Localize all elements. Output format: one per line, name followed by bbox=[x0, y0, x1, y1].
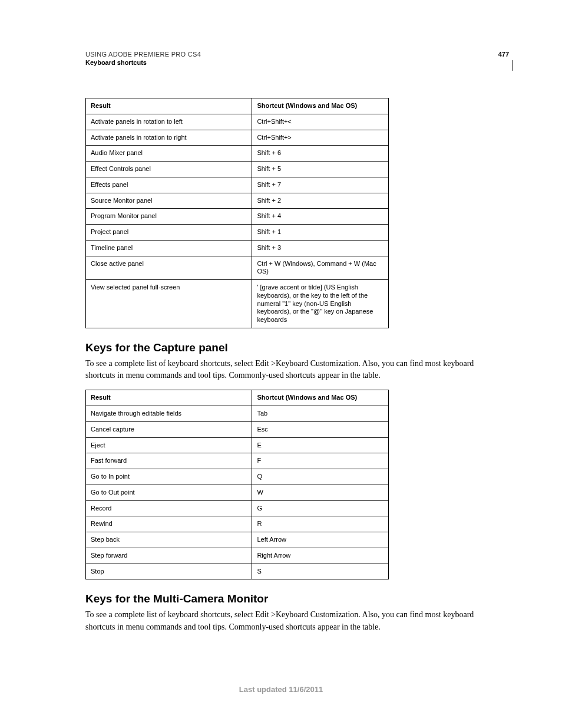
table1-body: Activate panels in rotation to leftCtrl+… bbox=[86, 114, 389, 328]
cell-result: Effects panel bbox=[86, 177, 252, 193]
col-header-shortcut: Shortcut (Windows and Mac OS) bbox=[252, 390, 389, 406]
cell-shortcut: W bbox=[252, 485, 389, 500]
cell-shortcut: Shift + 7 bbox=[252, 177, 389, 193]
table-row: RewindR bbox=[86, 516, 389, 532]
cell-shortcut: Ctrl+Shift+> bbox=[252, 130, 389, 146]
cell-result: Activate panels in rotation to left bbox=[86, 114, 252, 130]
table-header-row: Result Shortcut (Windows and Mac OS) bbox=[86, 98, 389, 114]
cell-shortcut: Shift + 2 bbox=[252, 193, 389, 209]
heading-capture: Keys for the Capture panel bbox=[85, 341, 498, 354]
cell-result: Effect Controls panel bbox=[86, 162, 252, 177]
footer-last-updated: Last updated 11/6/2011 bbox=[0, 685, 562, 694]
table-row: Go to Out pointW bbox=[86, 485, 389, 500]
cell-result: Close active panel bbox=[86, 256, 252, 280]
table-row: Step forwardRight Arrow bbox=[86, 548, 389, 564]
cell-result: View selected panel full-screen bbox=[86, 280, 252, 328]
cell-shortcut: Right Arrow bbox=[252, 548, 389, 564]
cell-result: Activate panels in rotation to right bbox=[86, 130, 252, 146]
cell-result: Go to In point bbox=[86, 469, 252, 485]
cell-result: Eject bbox=[86, 437, 252, 453]
table-row: Cancel captureEsc bbox=[86, 421, 389, 437]
cell-shortcut: F bbox=[252, 453, 389, 469]
table-row: Effects panelShift + 7 bbox=[86, 177, 389, 193]
table-row: Fast forwardF bbox=[86, 453, 389, 469]
cell-result: Timeline panel bbox=[86, 240, 252, 256]
cell-shortcut: Ctrl+Shift+< bbox=[252, 114, 389, 130]
cell-shortcut: S bbox=[252, 564, 389, 579]
table-row: Source Monitor panelShift + 2 bbox=[86, 193, 389, 209]
page-number: 477 bbox=[498, 51, 509, 58]
cell-result: Program Monitor panel bbox=[86, 209, 252, 225]
table-row: Audio Mixer panelShift + 6 bbox=[86, 146, 389, 162]
table-row: Step backLeft Arrow bbox=[86, 532, 389, 548]
table-row: RecordG bbox=[86, 500, 389, 516]
cell-shortcut: Shift + 4 bbox=[252, 209, 389, 225]
table-row: Activate panels in rotation to rightCtrl… bbox=[86, 130, 389, 146]
cell-shortcut: E bbox=[252, 437, 389, 453]
cell-result: Record bbox=[86, 500, 252, 516]
table-row: Project panelShift + 1 bbox=[86, 225, 389, 241]
cell-result: Audio Mixer panel bbox=[86, 146, 252, 162]
shortcuts-table-capture: Result Shortcut (Windows and Mac OS) Nav… bbox=[85, 390, 389, 579]
header-product-line: USING ADOBE PREMIERE PRO CS4 bbox=[85, 51, 509, 58]
shortcuts-table-panels: Result Shortcut (Windows and Mac OS) Act… bbox=[85, 98, 389, 328]
page-header: USING ADOBE PREMIERE PRO CS4 Keyboard sh… bbox=[85, 51, 509, 66]
cell-result: Step forward bbox=[86, 548, 252, 564]
cell-result: Source Monitor panel bbox=[86, 193, 252, 209]
table2-body: Navigate through editable fieldsTabCance… bbox=[86, 406, 389, 579]
cell-result: Go to Out point bbox=[86, 485, 252, 500]
cell-result: Rewind bbox=[86, 516, 252, 532]
table-row: Navigate through editable fieldsTab bbox=[86, 406, 389, 422]
intro-capture: To see a complete list of keyboard short… bbox=[85, 358, 498, 382]
table-row: EjectE bbox=[86, 437, 389, 453]
table-row: Effect Controls panelShift + 5 bbox=[86, 162, 389, 177]
page: USING ADOBE PREMIERE PRO CS4 Keyboard sh… bbox=[0, 0, 562, 728]
table-row: Close active panelCtrl + W (Windows), Co… bbox=[86, 256, 389, 280]
cell-result: Cancel capture bbox=[86, 421, 252, 437]
cell-shortcut: Esc bbox=[252, 421, 389, 437]
cell-shortcut: Shift + 3 bbox=[252, 240, 389, 256]
header-section-line: Keyboard shortcuts bbox=[85, 59, 509, 66]
table-row: View selected panel full-screen' [grave … bbox=[86, 280, 389, 328]
heading-multicam: Keys for the Multi-Camera Monitor bbox=[85, 592, 498, 605]
cell-shortcut: ' [grave accent or tilde] (US English ke… bbox=[252, 280, 389, 328]
table-header-row: Result Shortcut (Windows and Mac OS) bbox=[86, 390, 389, 406]
cell-shortcut: Ctrl + W (Windows), Command + W (Mac OS) bbox=[252, 256, 389, 280]
table-row: Go to In pointQ bbox=[86, 469, 389, 485]
cell-result: Step back bbox=[86, 532, 252, 548]
table-row: Program Monitor panelShift + 4 bbox=[86, 209, 389, 225]
cell-result: Navigate through editable fields bbox=[86, 406, 252, 422]
table-row: StopS bbox=[86, 564, 389, 579]
cell-shortcut: Shift + 6 bbox=[252, 146, 389, 162]
table-row: Timeline panelShift + 3 bbox=[86, 240, 389, 256]
page-content: Result Shortcut (Windows and Mac OS) Act… bbox=[85, 94, 498, 641]
col-header-shortcut: Shortcut (Windows and Mac OS) bbox=[252, 98, 389, 114]
page-number-rule bbox=[513, 60, 513, 71]
col-header-result: Result bbox=[86, 98, 252, 114]
cell-shortcut: Shift + 1 bbox=[252, 225, 389, 241]
cell-shortcut: R bbox=[252, 516, 389, 532]
cell-shortcut: Q bbox=[252, 469, 389, 485]
cell-shortcut: Left Arrow bbox=[252, 532, 389, 548]
cell-result: Project panel bbox=[86, 225, 252, 241]
cell-result: Stop bbox=[86, 564, 252, 579]
cell-shortcut: Shift + 5 bbox=[252, 162, 389, 177]
col-header-result: Result bbox=[86, 390, 252, 406]
table-row: Activate panels in rotation to leftCtrl+… bbox=[86, 114, 389, 130]
intro-multicam: To see a complete list of keyboard short… bbox=[85, 609, 498, 633]
cell-result: Fast forward bbox=[86, 453, 252, 469]
cell-shortcut: Tab bbox=[252, 406, 389, 422]
cell-shortcut: G bbox=[252, 500, 389, 516]
